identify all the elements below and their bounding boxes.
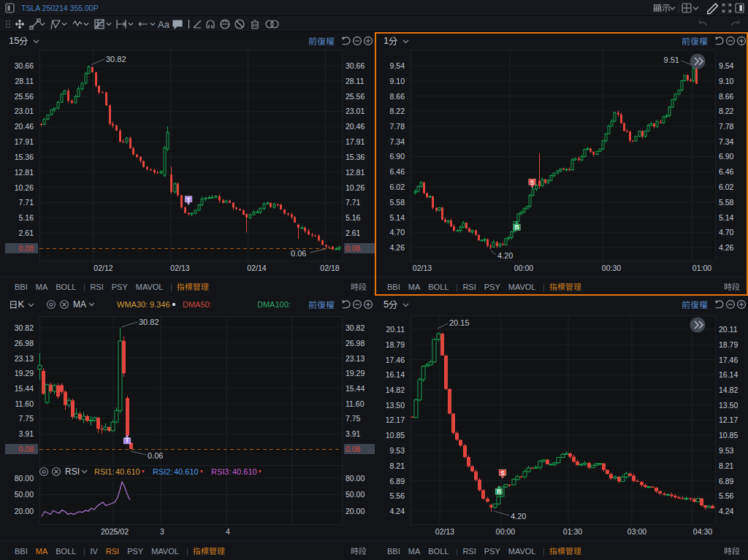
svg-text:18.79: 18.79 bbox=[719, 340, 738, 349]
svg-text:17.91: 17.91 bbox=[346, 137, 365, 146]
svg-text:0.06: 0.06 bbox=[148, 451, 163, 460]
svg-text:13.50: 13.50 bbox=[386, 401, 405, 410]
svg-text:11.60: 11.60 bbox=[346, 399, 365, 408]
svg-text:30.66: 30.66 bbox=[346, 61, 365, 70]
svg-text:15.36: 15.36 bbox=[15, 153, 34, 161]
svg-text:04:30: 04:30 bbox=[693, 527, 712, 536]
svg-text:40.610: 40.610 bbox=[115, 467, 140, 476]
svg-text:40.610: 40.610 bbox=[174, 467, 199, 476]
svg-text:15.36: 15.36 bbox=[346, 153, 365, 161]
svg-text:6.89: 6.89 bbox=[390, 477, 405, 486]
svg-text:20.11: 20.11 bbox=[719, 325, 738, 334]
svg-text:30.82: 30.82 bbox=[106, 55, 126, 64]
svg-text:02/13: 02/13 bbox=[435, 527, 454, 536]
svg-text:12.81: 12.81 bbox=[15, 168, 34, 177]
svg-text:80.00: 80.00 bbox=[15, 474, 34, 483]
svg-text:7.75: 7.75 bbox=[19, 414, 34, 423]
svg-text:5.56: 5.56 bbox=[719, 491, 734, 500]
svg-text:10.26: 10.26 bbox=[346, 183, 365, 192]
svg-text:30.66: 30.66 bbox=[15, 61, 34, 70]
svg-text:Aa: Aa bbox=[158, 19, 170, 30]
svg-text:25.56: 25.56 bbox=[15, 92, 34, 101]
svg-text:3.91: 3.91 bbox=[346, 429, 361, 438]
svg-text:25.56: 25.56 bbox=[346, 92, 365, 101]
svg-text:7.71: 7.71 bbox=[19, 198, 34, 207]
svg-text:20.46: 20.46 bbox=[15, 122, 34, 131]
svg-text:12.17: 12.17 bbox=[386, 415, 405, 424]
svg-text:28.11: 28.11 bbox=[15, 77, 34, 85]
svg-text:20.15: 20.15 bbox=[449, 318, 470, 327]
svg-text:10.85: 10.85 bbox=[386, 431, 405, 440]
svg-text:00:00: 00:00 bbox=[496, 527, 515, 536]
svg-text:5.16: 5.16 bbox=[346, 213, 361, 222]
svg-text:16.14: 16.14 bbox=[719, 370, 738, 379]
svg-text:9.53: 9.53 bbox=[719, 446, 734, 455]
svg-text:8.21: 8.21 bbox=[390, 461, 405, 470]
svg-text:01:30: 01:30 bbox=[563, 527, 582, 536]
svg-text:13.50: 13.50 bbox=[719, 401, 738, 410]
svg-text:3.91: 3.91 bbox=[19, 429, 34, 438]
svg-text:11.60: 11.60 bbox=[15, 399, 34, 408]
svg-text:16.14: 16.14 bbox=[386, 370, 405, 379]
svg-text:50.00: 50.00 bbox=[15, 490, 34, 499]
svg-text:0.06: 0.06 bbox=[291, 249, 306, 258]
svg-text:15.44: 15.44 bbox=[346, 384, 365, 393]
svg-text:RSI: RSI bbox=[65, 467, 80, 477]
svg-text:03:00: 03:00 bbox=[627, 527, 646, 536]
svg-text:0.08: 0.08 bbox=[19, 244, 34, 253]
svg-text:RSI3:: RSI3: bbox=[211, 467, 232, 476]
svg-text:2025/02: 2025/02 bbox=[101, 527, 129, 536]
svg-text:02/14: 02/14 bbox=[247, 264, 266, 272]
svg-text:40.610: 40.610 bbox=[232, 467, 257, 476]
svg-text:26.98: 26.98 bbox=[346, 339, 365, 348]
svg-text:5.56: 5.56 bbox=[390, 491, 405, 500]
svg-text:8.21: 8.21 bbox=[719, 461, 734, 470]
svg-text:19.29: 19.29 bbox=[15, 369, 34, 377]
svg-text:23.13: 23.13 bbox=[346, 354, 365, 363]
svg-text:T: T bbox=[125, 437, 129, 444]
svg-text:02/13: 02/13 bbox=[170, 264, 189, 272]
svg-text:02/18: 02/18 bbox=[320, 264, 339, 272]
svg-text:4.24: 4.24 bbox=[390, 507, 405, 515]
svg-text:23.01: 23.01 bbox=[15, 107, 34, 115]
svg-text:23.13: 23.13 bbox=[15, 354, 34, 363]
svg-text:02/12: 02/12 bbox=[94, 264, 112, 272]
svg-text:80.00: 80.00 bbox=[346, 474, 365, 483]
svg-text:0.08: 0.08 bbox=[346, 244, 361, 253]
svg-text:6.89: 6.89 bbox=[719, 477, 734, 486]
svg-text:4.20: 4.20 bbox=[511, 512, 526, 521]
svg-text:17.46: 17.46 bbox=[719, 356, 738, 364]
svg-text:0.08: 0.08 bbox=[346, 445, 361, 453]
svg-text:20.00: 20.00 bbox=[15, 507, 34, 515]
svg-text:17.91: 17.91 bbox=[15, 137, 34, 146]
svg-text:15.44: 15.44 bbox=[15, 384, 34, 393]
svg-text:12.81: 12.81 bbox=[346, 168, 365, 177]
svg-text:5.16: 5.16 bbox=[19, 213, 34, 222]
svg-text:4: 4 bbox=[226, 527, 230, 536]
svg-text:30.82: 30.82 bbox=[346, 323, 365, 332]
svg-text:TSLA 250214 355.00P: TSLA 250214 355.00P bbox=[21, 4, 99, 12]
svg-text:23.01: 23.01 bbox=[346, 107, 365, 115]
svg-text:17.46: 17.46 bbox=[386, 356, 405, 364]
svg-text:4.24: 4.24 bbox=[719, 507, 734, 515]
svg-text:10.85: 10.85 bbox=[719, 431, 738, 440]
svg-text:S: S bbox=[500, 469, 505, 477]
svg-text:3: 3 bbox=[160, 527, 164, 536]
svg-text:19.29: 19.29 bbox=[346, 369, 365, 377]
svg-text:B: B bbox=[497, 488, 501, 495]
svg-text:50.00: 50.00 bbox=[346, 490, 365, 499]
svg-text:30.82: 30.82 bbox=[15, 323, 34, 332]
svg-text:7.75: 7.75 bbox=[346, 414, 361, 423]
svg-text:20.11: 20.11 bbox=[386, 325, 405, 334]
svg-text:T: T bbox=[186, 196, 191, 204]
svg-text:28.11: 28.11 bbox=[346, 77, 365, 85]
svg-text:30.82: 30.82 bbox=[139, 318, 159, 326]
svg-text:9.53: 9.53 bbox=[390, 446, 405, 455]
svg-text:10.26: 10.26 bbox=[15, 183, 34, 192]
svg-text:14.82: 14.82 bbox=[386, 386, 405, 394]
svg-text:RSI2:: RSI2: bbox=[153, 467, 173, 476]
svg-text:20.46: 20.46 bbox=[346, 122, 365, 131]
svg-text:RSI1:: RSI1: bbox=[94, 467, 115, 476]
svg-text:0.08: 0.08 bbox=[19, 445, 34, 453]
svg-text:2.61: 2.61 bbox=[346, 229, 361, 237]
